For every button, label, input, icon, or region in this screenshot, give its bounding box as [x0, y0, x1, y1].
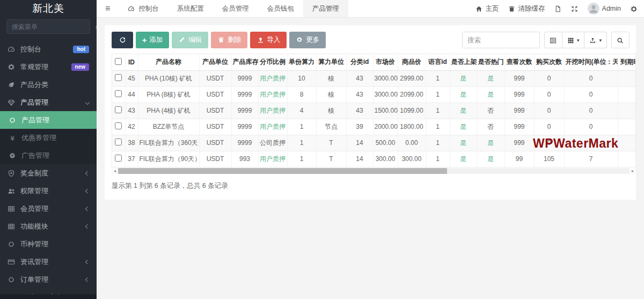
col-header[interactable]: 分类id	[346, 54, 373, 70]
cell-toggle[interactable]: 是	[477, 86, 504, 103]
cell	[618, 135, 636, 151]
columns-button[interactable]: ▾	[562, 32, 585, 48]
col-header[interactable]: 到期时间	[618, 54, 636, 70]
col-header[interactable]: 产品单位	[199, 54, 231, 70]
cell-toggle[interactable]: 是	[450, 151, 477, 167]
tab-product-mgmt[interactable]: 产品管理	[303, 0, 348, 17]
import-label: 导入	[267, 35, 280, 45]
ad-icon	[9, 152, 16, 159]
cell: 9999	[231, 86, 258, 103]
cell-link[interactable]: 用户质押	[258, 103, 287, 119]
scrollbar-thumb[interactable]	[118, 168, 447, 174]
sidebar-item-label: 权限管理	[20, 186, 48, 196]
cogs-icon	[8, 63, 15, 71]
tab-system-config[interactable]: 系统配置	[168, 0, 213, 17]
cell-toggle[interactable]: 是	[477, 151, 504, 167]
col-header[interactable]: 产品库存	[231, 54, 258, 70]
cell-toggle[interactable]: 否	[477, 119, 504, 135]
cell-toggle[interactable]: 是	[450, 119, 477, 135]
col-header[interactable]: 购买次数	[534, 54, 564, 70]
refresh-button[interactable]	[112, 32, 133, 48]
tab-member-wallet[interactable]: 会员钱包	[258, 0, 303, 17]
cell-toggle[interactable]: 是	[450, 86, 477, 103]
dashboard-icon	[8, 46, 15, 53]
sidebar-item-product-mgmt[interactable]: 产品管理	[0, 93, 97, 111]
card-view-toggle-button[interactable]	[544, 32, 562, 48]
cell-toggle[interactable]: 是	[450, 103, 477, 119]
scrollbar-track[interactable]	[118, 168, 630, 174]
add-button[interactable]: + 添加	[136, 32, 169, 48]
row-checkbox[interactable]	[115, 74, 122, 81]
col-header[interactable]: 市场价	[373, 54, 398, 70]
upload-icon	[257, 37, 264, 43]
tab-label: 会员钱包	[267, 4, 294, 13]
cell-toggle[interactable]: 是	[477, 70, 504, 86]
sidebar-item-currency[interactable]: 币种管理	[0, 235, 97, 253]
tab-dashboard[interactable]: 控制台	[119, 0, 168, 17]
search-button[interactable]	[611, 32, 630, 48]
sidebar-item-general[interactable]: 常规管理 new	[0, 58, 97, 76]
col-header[interactable]: 产品名称	[138, 54, 199, 70]
sidebar-search-input[interactable]	[12, 23, 95, 31]
edit-button[interactable]: 编辑	[172, 32, 208, 48]
sidebar-search-box[interactable]	[6, 19, 90, 34]
sidebar-item-permissions[interactable]: 权限管理	[0, 182, 97, 200]
col-header[interactable]: 开挖时间(单位：天)	[564, 54, 618, 70]
cell-toggle[interactable]: 是	[450, 70, 477, 86]
user-menu[interactable]: Admin	[588, 3, 621, 14]
cell-toggle[interactable]: 是	[477, 135, 504, 151]
sidebar-item-dashboard[interactable]: 控制台 hot	[0, 40, 97, 58]
sidebar-item-orders[interactable]: 订单管理	[0, 271, 97, 288]
col-header[interactable]: 是否上架	[450, 54, 477, 70]
clear-cache-link[interactable]: 清除缓存	[508, 4, 545, 13]
sidebar-item-product-category[interactable]: 产品分类	[0, 76, 97, 93]
card-icon	[8, 258, 15, 266]
import-button[interactable]: 导入	[250, 32, 287, 48]
more-button[interactable]: 更多	[289, 32, 326, 48]
scroll-right-arrow[interactable]: ▸	[630, 168, 636, 174]
settings-button[interactable]	[630, 5, 638, 12]
cell-toggle[interactable]: 否	[477, 103, 504, 119]
row-checkbox[interactable]	[115, 138, 122, 145]
cell-link[interactable]: 用户质押	[258, 151, 287, 167]
delete-button[interactable]: 删除	[211, 32, 247, 48]
plus-icon: +	[142, 37, 147, 44]
sidebar-item-news[interactable]: 资讯管理	[0, 253, 97, 271]
sidebar-item-label: 常规管理	[20, 62, 48, 72]
scroll-left-arrow[interactable]: ◂	[112, 168, 118, 174]
col-header[interactable]: ID	[125, 54, 138, 70]
cell-link[interactable]: 公司质押	[258, 135, 287, 151]
col-header[interactable]: 商品价	[398, 54, 426, 70]
submenu-item-coupon-mgmt[interactable]: ¥ 优惠券管理	[0, 129, 97, 147]
col-header[interactable]: 分币比例	[258, 54, 287, 70]
table-search-input[interactable]	[462, 32, 540, 48]
row-checkbox[interactable]	[115, 122, 122, 129]
col-header[interactable]: 单份算力	[287, 54, 316, 70]
submenu-item-ad-mgmt[interactable]: 广告管理	[0, 147, 97, 164]
sidebar-item-modules[interactable]: 功能模块	[0, 217, 97, 235]
col-header[interactable]: 算力单位	[316, 54, 346, 70]
cell-link[interactable]: 用户质押	[258, 119, 287, 135]
cell: 1	[287, 135, 316, 151]
export-button[interactable]: ▾	[584, 32, 607, 48]
sidebar-item-members[interactable]: 会员管理	[0, 200, 97, 217]
hamburger-menu-icon[interactable]: ≡	[97, 0, 119, 17]
row-checkbox[interactable]	[115, 155, 122, 162]
tab-member-mgmt[interactable]: 会员管理	[213, 0, 258, 17]
fullscreen-button[interactable]	[571, 5, 579, 12]
col-header[interactable]: 语言id	[426, 54, 450, 70]
col-header[interactable]: 查看次数	[504, 54, 534, 70]
cell-toggle[interactable]: 是	[450, 135, 477, 151]
col-header[interactable]: 是否热门	[477, 54, 504, 70]
language-file-button[interactable]	[554, 5, 562, 12]
home-link[interactable]: 主页	[475, 4, 499, 13]
cell-link[interactable]: 用户质押	[258, 86, 287, 103]
row-checkbox[interactable]	[115, 106, 122, 113]
cell-link[interactable]: 用户质押	[258, 70, 287, 86]
cell	[112, 70, 125, 86]
submenu-item-product-mgmt[interactable]: 产品管理	[0, 111, 97, 129]
sidebar-item-bonus[interactable]: 奖金制度	[0, 164, 97, 182]
row-checkbox[interactable]	[115, 90, 122, 97]
chevron-left-icon	[85, 188, 90, 193]
select-all-checkbox[interactable]	[115, 58, 122, 65]
